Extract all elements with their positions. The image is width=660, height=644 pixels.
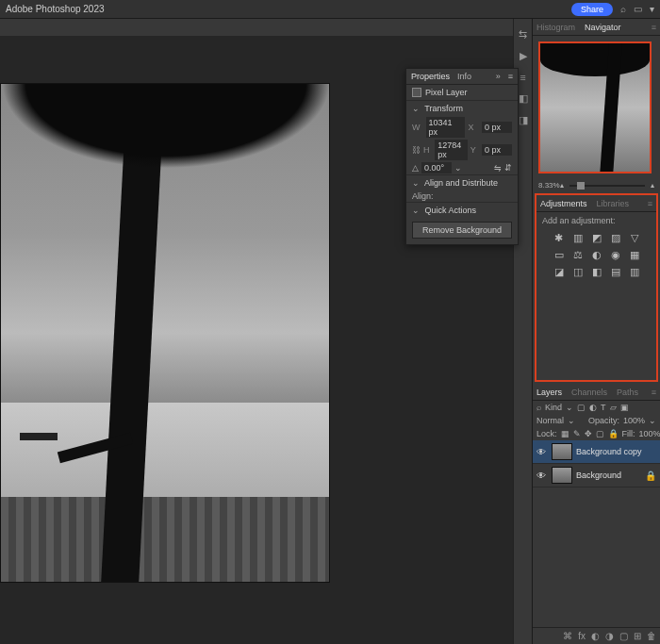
layer-item[interactable]: 👁 Background 🔒 bbox=[533, 464, 660, 487]
vibrance-icon[interactable]: ▽ bbox=[628, 231, 641, 244]
tab-layers[interactable]: Layers bbox=[536, 388, 562, 397]
blend-mode-select[interactable]: Normal bbox=[536, 416, 564, 425]
properties-tabs: Properties Info » ≡ bbox=[406, 69, 518, 85]
chevron-down-icon[interactable]: ▾ bbox=[650, 4, 654, 14]
filter-pixel-icon[interactable]: ▢ bbox=[577, 403, 586, 412]
lock-nest-icon[interactable]: ▢ bbox=[596, 429, 604, 438]
mask-icon[interactable]: ◐ bbox=[591, 631, 600, 641]
x-input[interactable]: 0 px bbox=[482, 122, 512, 133]
rail-icon-4[interactable]: ◧ bbox=[519, 92, 528, 105]
filter-adj-icon[interactable]: ◐ bbox=[589, 403, 597, 412]
height-input[interactable]: 12784 px bbox=[435, 140, 468, 160]
layer-thumbnail[interactable] bbox=[552, 443, 572, 460]
zoom-slider[interactable] bbox=[569, 185, 645, 187]
rail-icon-3[interactable]: ≡ bbox=[520, 72, 525, 83]
workspace-icon[interactable]: ▭ bbox=[634, 4, 642, 14]
panel-menu-icon[interactable]: ≡ bbox=[652, 23, 656, 32]
panel-menu-icon[interactable]: ≡ bbox=[652, 388, 656, 397]
bw-icon[interactable]: ◐ bbox=[590, 248, 603, 261]
link-layers-icon[interactable]: ⌘ bbox=[563, 631, 572, 641]
tab-adjustments[interactable]: Adjustments bbox=[540, 199, 587, 208]
threshold-icon[interactable]: ◧ bbox=[590, 265, 603, 278]
search-icon[interactable]: ⌕ bbox=[620, 4, 626, 14]
filter-type-icon[interactable]: T bbox=[601, 403, 606, 412]
zoom-in-icon[interactable]: ▴ bbox=[651, 181, 654, 190]
lock-all-icon[interactable]: 🔒 bbox=[608, 429, 619, 438]
chevron-down-icon[interactable]: ⌄ bbox=[566, 403, 573, 412]
collapse-icon[interactable]: » bbox=[496, 72, 501, 81]
layer-name[interactable]: Background copy bbox=[576, 447, 642, 456]
new-layer-icon[interactable]: ⊞ bbox=[634, 631, 641, 641]
share-button[interactable]: Share bbox=[571, 3, 613, 16]
delete-icon[interactable]: 🗑 bbox=[647, 631, 656, 641]
tab-properties[interactable]: Properties bbox=[411, 72, 450, 81]
tab-histogram[interactable]: Histogram bbox=[536, 23, 575, 32]
tab-paths[interactable]: Paths bbox=[617, 388, 638, 397]
angle-input[interactable]: 0.00° bbox=[421, 162, 452, 173]
selective-color-icon[interactable]: ▥ bbox=[628, 265, 641, 278]
flip-h-icon[interactable]: ⇋ bbox=[494, 163, 502, 173]
layer-item[interactable]: 👁 Background copy bbox=[533, 440, 660, 464]
chevron-down-icon[interactable]: ⌄ bbox=[568, 416, 575, 425]
document-tab-strip[interactable] bbox=[0, 19, 513, 36]
posterize-icon[interactable]: ◫ bbox=[571, 265, 585, 278]
visibility-icon[interactable]: 👁 bbox=[536, 447, 548, 457]
transform-title: Transform bbox=[424, 104, 463, 113]
lock-paint-icon[interactable]: ✎ bbox=[573, 429, 581, 438]
zoom-value[interactable]: 8.33% bbox=[538, 181, 560, 190]
panel-menu-icon[interactable]: ≡ bbox=[648, 199, 652, 208]
photo-filter-icon[interactable]: ◉ bbox=[609, 248, 622, 261]
rail-icon-2[interactable]: ▶ bbox=[520, 50, 527, 62]
tab-info[interactable]: Info bbox=[457, 72, 471, 81]
hue-sat-icon[interactable]: ▭ bbox=[553, 248, 566, 261]
chevron-down-icon[interactable]: ⌄ bbox=[454, 163, 462, 173]
layer-thumbnail[interactable] bbox=[552, 467, 572, 484]
layers-panel: Layers Channels Paths ≡ ⌕ Kind ⌄ ▢ ◐ T ▱… bbox=[533, 384, 660, 644]
flip-v-icon[interactable]: ⇵ bbox=[504, 163, 512, 173]
lock-icon[interactable]: 🔒 bbox=[645, 471, 656, 481]
blend-opacity-row: Normal ⌄ Opacity: 100% ⌄ bbox=[533, 414, 660, 427]
invert-icon[interactable]: ◪ bbox=[553, 265, 566, 278]
rail-icon-1[interactable]: ⇆ bbox=[519, 28, 527, 41]
chevron-down-icon[interactable]: ⌄ bbox=[649, 416, 656, 425]
adjustments-row-3: ◪ ◫ ◧ ▤ ▥ bbox=[536, 263, 656, 280]
fill-value[interactable]: 100% bbox=[639, 429, 660, 438]
remove-background-button[interactable]: Remove Background bbox=[412, 222, 512, 239]
y-input[interactable]: 0 px bbox=[482, 144, 512, 156]
levels-icon[interactable]: ▥ bbox=[571, 231, 585, 244]
color-balance-icon[interactable]: ⚖ bbox=[571, 248, 585, 261]
navigator-thumbnail[interactable] bbox=[538, 41, 652, 173]
layer-type-row: Pixel Layer bbox=[406, 85, 518, 100]
tab-navigator[interactable]: Navigator bbox=[585, 23, 621, 32]
width-input[interactable]: 10341 px bbox=[426, 117, 466, 138]
width-row: W 10341 px X 0 px bbox=[406, 116, 518, 139]
lock-trans-icon[interactable]: ▦ bbox=[561, 429, 569, 438]
new-adj-icon[interactable]: ◑ bbox=[605, 631, 614, 641]
filter-search-icon[interactable]: ⌕ bbox=[536, 403, 541, 412]
brightness-icon[interactable]: ✱ bbox=[553, 231, 566, 244]
lock-pos-icon[interactable]: ✥ bbox=[585, 429, 592, 438]
gradient-map-icon[interactable]: ▤ bbox=[609, 265, 622, 278]
rail-icon-5[interactable]: ◨ bbox=[519, 114, 528, 126]
opacity-value[interactable]: 100% bbox=[623, 416, 645, 425]
opacity-label: Opacity: bbox=[588, 416, 619, 425]
zoom-out-icon[interactable]: ▴ bbox=[560, 181, 564, 190]
link-icon[interactable]: ⛓ bbox=[412, 145, 421, 155]
canvas-image[interactable] bbox=[0, 83, 330, 583]
layer-name[interactable]: Background bbox=[576, 471, 621, 480]
panel-menu-icon[interactable]: ≡ bbox=[508, 72, 513, 81]
chevron-down-icon[interactable]: ⌄ bbox=[412, 206, 420, 215]
channel-mixer-icon[interactable]: ▦ bbox=[628, 248, 641, 261]
exposure-icon[interactable]: ▨ bbox=[609, 231, 622, 244]
filter-smart-icon[interactable]: ▣ bbox=[620, 403, 629, 412]
tab-channels[interactable]: Channels bbox=[571, 388, 607, 397]
properties-panel[interactable]: Properties Info » ≡ Pixel Layer ⌄ Transf… bbox=[405, 68, 519, 245]
chevron-down-icon[interactable]: ⌄ bbox=[412, 104, 420, 113]
chevron-down-icon[interactable]: ⌄ bbox=[412, 178, 420, 188]
curves-icon[interactable]: ◩ bbox=[590, 231, 603, 244]
tab-libraries[interactable]: Libraries bbox=[597, 199, 630, 208]
filter-shape-icon[interactable]: ▱ bbox=[610, 403, 617, 412]
visibility-icon[interactable]: 👁 bbox=[536, 471, 548, 481]
group-icon[interactable]: ▢ bbox=[619, 631, 628, 641]
fx-icon[interactable]: fx bbox=[578, 631, 586, 641]
